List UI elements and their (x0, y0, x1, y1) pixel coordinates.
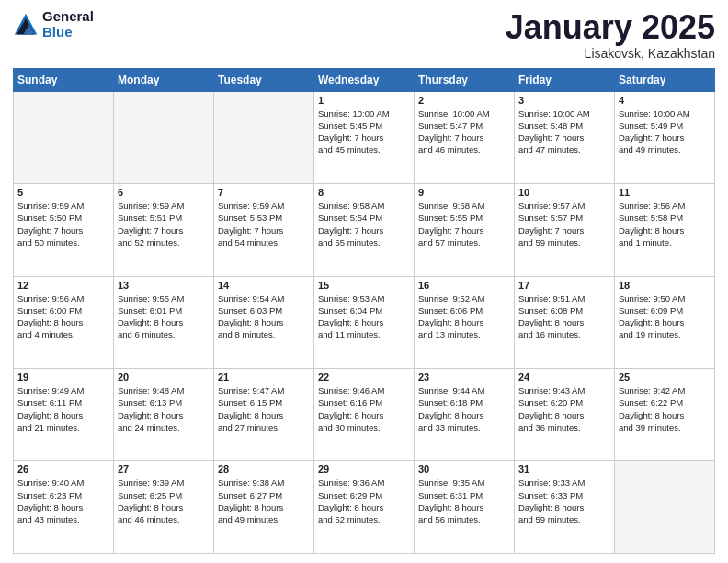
day-info: Sunrise: 9:48 AM Sunset: 6:13 PM Dayligh… (118, 385, 210, 433)
day-number: 6 (118, 187, 210, 198)
page: General Blue January 2025 Lisakovsk, Kaz… (0, 0, 728, 563)
day-info: Sunrise: 9:58 AM Sunset: 5:54 PM Dayligh… (318, 200, 410, 248)
calendar-cell: 19Sunrise: 9:49 AM Sunset: 6:11 PM Dayli… (14, 369, 114, 461)
day-number: 22 (318, 372, 410, 383)
calendar-cell: 23Sunrise: 9:44 AM Sunset: 6:18 PM Dayli… (415, 369, 515, 461)
logo-text: General Blue (42, 9, 94, 40)
day-info: Sunrise: 9:52 AM Sunset: 6:06 PM Dayligh… (418, 293, 510, 341)
calendar-cell (14, 91, 114, 183)
day-number: 5 (17, 187, 109, 198)
day-number: 8 (318, 187, 410, 198)
day-number: 10 (518, 187, 610, 198)
day-number: 29 (318, 464, 410, 475)
day-number: 27 (118, 464, 210, 475)
calendar-cell: 17Sunrise: 9:51 AM Sunset: 6:08 PM Dayli… (515, 276, 615, 368)
calendar-cell: 21Sunrise: 9:47 AM Sunset: 6:15 PM Dayli… (214, 369, 314, 461)
calendar-cell: 22Sunrise: 9:46 AM Sunset: 6:16 PM Dayli… (314, 369, 415, 461)
calendar-week-5: 26Sunrise: 9:40 AM Sunset: 6:23 PM Dayli… (14, 461, 715, 554)
calendar-cell: 2Sunrise: 10:00 AM Sunset: 5:47 PM Dayli… (415, 91, 515, 183)
day-info: Sunrise: 9:44 AM Sunset: 6:18 PM Dayligh… (418, 385, 510, 433)
calendar-cell: 15Sunrise: 9:53 AM Sunset: 6:04 PM Dayli… (314, 276, 415, 368)
day-info: Sunrise: 10:00 AM Sunset: 5:47 PM Daylig… (418, 108, 510, 156)
day-number: 24 (518, 372, 610, 383)
day-info: Sunrise: 9:59 AM Sunset: 5:51 PM Dayligh… (118, 200, 210, 248)
day-info: Sunrise: 10:00 AM Sunset: 5:49 PM Daylig… (619, 108, 711, 156)
calendar-cell: 1Sunrise: 10:00 AM Sunset: 5:45 PM Dayli… (314, 91, 415, 183)
calendar-cell: 8Sunrise: 9:58 AM Sunset: 5:54 PM Daylig… (314, 184, 415, 276)
weekday-header-saturday: Saturday (615, 68, 715, 91)
calendar-cell: 9Sunrise: 9:58 AM Sunset: 5:55 PM Daylig… (415, 184, 515, 276)
day-number: 13 (118, 280, 210, 291)
calendar-week-4: 19Sunrise: 9:49 AM Sunset: 6:11 PM Dayli… (14, 369, 715, 461)
calendar-cell: 28Sunrise: 9:38 AM Sunset: 6:27 PM Dayli… (214, 461, 314, 554)
day-number: 28 (218, 464, 310, 475)
day-number: 17 (518, 280, 610, 291)
calendar-cell: 4Sunrise: 10:00 AM Sunset: 5:49 PM Dayli… (615, 91, 715, 183)
day-info: Sunrise: 9:50 AM Sunset: 6:09 PM Dayligh… (619, 293, 711, 341)
calendar-cell: 27Sunrise: 9:39 AM Sunset: 6:25 PM Dayli… (114, 461, 214, 554)
calendar-cell: 12Sunrise: 9:56 AM Sunset: 6:00 PM Dayli… (14, 276, 114, 368)
logo-icon (13, 12, 39, 38)
day-number: 25 (619, 372, 711, 383)
day-number: 23 (418, 372, 510, 383)
calendar-cell: 25Sunrise: 9:42 AM Sunset: 6:22 PM Dayli… (615, 369, 715, 461)
calendar-cell: 24Sunrise: 9:43 AM Sunset: 6:20 PM Dayli… (515, 369, 615, 461)
day-number: 15 (318, 280, 410, 291)
calendar-cell: 16Sunrise: 9:52 AM Sunset: 6:06 PM Dayli… (415, 276, 515, 368)
calendar-week-1: 1Sunrise: 10:00 AM Sunset: 5:45 PM Dayli… (14, 91, 715, 183)
calendar-cell: 6Sunrise: 9:59 AM Sunset: 5:51 PM Daylig… (114, 184, 214, 276)
day-number: 20 (118, 372, 210, 383)
calendar-cell: 20Sunrise: 9:48 AM Sunset: 6:13 PM Dayli… (114, 369, 214, 461)
calendar-cell: 11Sunrise: 9:56 AM Sunset: 5:58 PM Dayli… (615, 184, 715, 276)
day-number: 31 (518, 464, 610, 475)
day-info: Sunrise: 9:43 AM Sunset: 6:20 PM Dayligh… (518, 385, 610, 433)
day-info: Sunrise: 9:35 AM Sunset: 6:31 PM Dayligh… (418, 477, 510, 525)
calendar-cell: 29Sunrise: 9:36 AM Sunset: 6:29 PM Dayli… (314, 461, 415, 554)
day-info: Sunrise: 9:55 AM Sunset: 6:01 PM Dayligh… (118, 293, 210, 341)
day-number: 19 (17, 372, 109, 383)
day-info: Sunrise: 10:00 AM Sunset: 5:48 PM Daylig… (518, 108, 610, 156)
weekday-header-friday: Friday (515, 68, 615, 91)
calendar-cell (615, 461, 715, 554)
calendar-header-row: SundayMondayTuesdayWednesdayThursdayFrid… (14, 68, 715, 91)
day-info: Sunrise: 9:47 AM Sunset: 6:15 PM Dayligh… (218, 385, 310, 433)
day-number: 7 (218, 187, 310, 198)
day-number: 1 (318, 95, 410, 106)
day-number: 12 (17, 280, 109, 291)
weekday-header-wednesday: Wednesday (314, 68, 415, 91)
day-info: Sunrise: 9:38 AM Sunset: 6:27 PM Dayligh… (218, 477, 310, 525)
calendar-week-3: 12Sunrise: 9:56 AM Sunset: 6:00 PM Dayli… (14, 276, 715, 368)
day-number: 30 (418, 464, 510, 475)
calendar-cell: 26Sunrise: 9:40 AM Sunset: 6:23 PM Dayli… (14, 461, 114, 554)
calendar-cell: 10Sunrise: 9:57 AM Sunset: 5:57 PM Dayli… (515, 184, 615, 276)
day-info: Sunrise: 9:54 AM Sunset: 6:03 PM Dayligh… (218, 293, 310, 341)
day-number: 14 (218, 280, 310, 291)
logo-general-text: General (42, 9, 94, 25)
day-info: Sunrise: 9:56 AM Sunset: 5:58 PM Dayligh… (619, 200, 711, 248)
weekday-header-sunday: Sunday (14, 68, 114, 91)
day-number: 2 (418, 95, 510, 106)
day-info: Sunrise: 9:33 AM Sunset: 6:33 PM Dayligh… (518, 477, 610, 525)
weekday-header-monday: Monday (114, 68, 214, 91)
day-info: Sunrise: 9:59 AM Sunset: 5:53 PM Dayligh… (218, 200, 310, 248)
calendar-cell: 7Sunrise: 9:59 AM Sunset: 5:53 PM Daylig… (214, 184, 314, 276)
calendar-cell: 3Sunrise: 10:00 AM Sunset: 5:48 PM Dayli… (515, 91, 615, 183)
calendar-cell: 13Sunrise: 9:55 AM Sunset: 6:01 PM Dayli… (114, 276, 214, 368)
calendar-cell: 31Sunrise: 9:33 AM Sunset: 6:33 PM Dayli… (515, 461, 615, 554)
day-info: Sunrise: 9:49 AM Sunset: 6:11 PM Dayligh… (17, 385, 109, 433)
day-info: Sunrise: 9:46 AM Sunset: 6:16 PM Dayligh… (318, 385, 410, 433)
day-info: Sunrise: 9:42 AM Sunset: 6:22 PM Dayligh… (619, 385, 711, 433)
calendar-cell: 30Sunrise: 9:35 AM Sunset: 6:31 PM Dayli… (415, 461, 515, 554)
day-info: Sunrise: 9:51 AM Sunset: 6:08 PM Dayligh… (518, 293, 610, 341)
calendar-cell (114, 91, 214, 183)
location-subtitle: Lisakovsk, Kazakhstan (506, 46, 715, 61)
day-number: 3 (518, 95, 610, 106)
weekday-header-tuesday: Tuesday (214, 68, 314, 91)
day-info: Sunrise: 9:53 AM Sunset: 6:04 PM Dayligh… (318, 293, 410, 341)
day-info: Sunrise: 9:40 AM Sunset: 6:23 PM Dayligh… (17, 477, 109, 525)
logo-blue-text: Blue (42, 25, 94, 40)
day-info: Sunrise: 9:39 AM Sunset: 6:25 PM Dayligh… (118, 477, 210, 525)
day-number: 9 (418, 187, 510, 198)
weekday-header-thursday: Thursday (415, 68, 515, 91)
logo: General Blue (13, 9, 94, 40)
